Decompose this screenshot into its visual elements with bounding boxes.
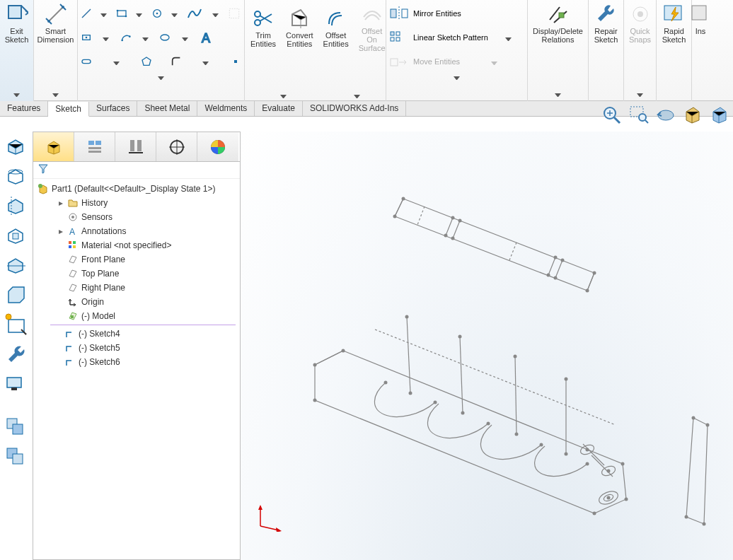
svg-point-92 <box>586 289 589 293</box>
smart-dimension-button[interactable]: SmartDimension <box>37 1 74 45</box>
tab-weldments[interactable]: Weldments <box>197 101 255 116</box>
fm-tab-config[interactable] <box>115 132 156 161</box>
tab-features[interactable]: Features <box>0 101 48 116</box>
zoom-fit-icon[interactable] <box>601 105 623 126</box>
mirror-entities-label[interactable]: Mirror Entities <box>413 9 461 18</box>
slot-icon[interactable] <box>81 56 92 67</box>
graphics-viewport[interactable] <box>241 132 733 560</box>
tree-top-plane[interactable]: Top Plane <box>37 267 236 281</box>
exit-sketch-button[interactable]: ExitSketch <box>3 1 30 45</box>
tree-front-plane[interactable]: Front Plane <box>37 252 236 267</box>
fm-tab-display[interactable] <box>197 132 238 161</box>
tree-sketch5[interactable]: (-) Sketch5 <box>37 341 236 355</box>
repair-label: RepairSketch <box>594 27 618 44</box>
convert-dropdown[interactable] <box>354 92 360 98</box>
crect-dropdown[interactable] <box>103 35 109 41</box>
swept-boss-icon[interactable] <box>4 194 28 218</box>
fm-tab-tree[interactable] <box>33 132 74 161</box>
svg-point-64 <box>38 184 42 188</box>
polygon-icon[interactable] <box>141 56 152 67</box>
trim-entities-button[interactable]: TrimEntities <box>248 6 279 49</box>
line-tool-icon[interactable] <box>81 8 92 19</box>
tab-surfaces[interactable]: Surfaces <box>89 101 137 116</box>
loft-boss-icon[interactable] <box>4 223 28 247</box>
snaps-dropdown[interactable] <box>637 91 643 97</box>
spline-icon[interactable] <box>186 5 203 22</box>
circle-dropdown[interactable] <box>171 11 178 17</box>
display-delete-relations-button[interactable]: Display/DeleteRelations <box>531 1 585 45</box>
tree-sensors[interactable]: Sensors <box>37 210 236 224</box>
origin-icon <box>67 296 79 308</box>
svg-point-4 <box>116 10 118 12</box>
ellipse-icon[interactable] <box>159 32 171 43</box>
tab-sketch[interactable]: Sketch <box>48 102 89 117</box>
tree-history[interactable]: ▸History <box>37 196 236 210</box>
folder-icon <box>67 197 79 209</box>
arc-dropdown[interactable] <box>142 35 149 41</box>
snap-icon <box>629 3 652 25</box>
svg-point-5 <box>125 16 127 18</box>
tree-model[interactable]: (-) Model <box>37 309 236 323</box>
ellipse-dropdown[interactable] <box>182 35 188 41</box>
tree-origin[interactable]: Origin <box>37 295 236 309</box>
revolve-boss-icon[interactable] <box>4 164 28 188</box>
relations-dropdown[interactable] <box>555 91 561 97</box>
mirror-icon[interactable] <box>389 6 409 21</box>
circle-icon[interactable] <box>151 8 163 19</box>
tree-annotations[interactable]: ▸AAnnotations <box>37 224 236 238</box>
fillet-dropdown[interactable] <box>202 59 209 65</box>
sketch-on-plane-icon <box>67 310 79 322</box>
sketch-tools-dropdown[interactable] <box>158 74 164 80</box>
tree-root[interactable]: Part1 (Default<<Default>_Display State 1… <box>37 182 236 196</box>
section-view-icon[interactable] <box>682 105 703 126</box>
tree-material[interactable]: Material <not specified> <box>37 238 236 252</box>
repair-sketch-button[interactable]: RepairSketch <box>591 1 621 45</box>
trim-dropdown[interactable] <box>280 92 287 98</box>
fm-filter-bar[interactable] <box>33 162 240 179</box>
slot-dropdown[interactable] <box>113 59 120 65</box>
fm-tab-property[interactable] <box>74 132 115 161</box>
zoom-area-icon[interactable] <box>628 105 650 126</box>
instant2d-button[interactable]: Ins <box>695 1 706 37</box>
svg-point-104 <box>625 498 628 501</box>
linear-pattern-label[interactable]: Linear Sketch Pattern <box>413 33 488 42</box>
rollback-bar[interactable] <box>50 325 236 325</box>
spline-dropdown[interactable] <box>212 11 219 17</box>
display-states-icon[interactable] <box>4 372 28 396</box>
pattern-group-dropdown[interactable] <box>454 74 460 80</box>
arc-icon[interactable] <box>120 32 132 43</box>
tab-sheet-metal[interactable]: Sheet Metal <box>137 101 197 116</box>
tree-sketch4[interactable]: (-) Sketch4 <box>37 327 236 341</box>
plane-icon[interactable] <box>227 6 241 21</box>
fm-tab-dimxpert[interactable] <box>156 132 197 161</box>
tree-right-plane[interactable]: Right Plane <box>37 281 236 295</box>
extrude-cut-icon[interactable] <box>4 283 28 307</box>
exit-sketch-dropdown[interactable] <box>13 91 20 97</box>
point-icon[interactable] <box>230 56 241 67</box>
previous-view-icon[interactable] <box>655 105 676 126</box>
offset-entities-button[interactable]: OffsetEntities <box>321 6 352 49</box>
rapid-sketch-button[interactable]: RapidSketch <box>659 1 688 45</box>
fillet-icon[interactable] <box>171 56 182 67</box>
configurations-2-icon[interactable] <box>4 445 28 469</box>
tab-addins[interactable]: SOLIDWORKS Add-Ins <box>303 101 406 116</box>
center-rect-icon[interactable] <box>81 32 92 43</box>
tree-sketch6[interactable]: (-) Sketch6 <box>37 355 236 369</box>
svg-rect-15 <box>82 59 91 63</box>
configurations-1-icon[interactable] <box>4 416 28 440</box>
options-icon[interactable] <box>4 342 28 366</box>
linear-pattern-icon[interactable] <box>389 30 409 45</box>
pattern-dropdown[interactable] <box>505 35 512 41</box>
dimension-icon <box>45 3 67 25</box>
tab-evaluate[interactable]: Evaluate <box>255 101 303 116</box>
convert-entities-button[interactable]: ConvertEntities <box>283 6 316 49</box>
line-dropdown[interactable] <box>100 11 107 17</box>
new-sketch-icon[interactable] <box>4 313 28 337</box>
smart-dimension-dropdown[interactable] <box>52 91 59 97</box>
extrude-boss-icon[interactable] <box>4 134 28 158</box>
view-cube-icon[interactable] <box>709 105 730 126</box>
text-icon[interactable]: A <box>199 29 216 46</box>
boundary-boss-icon[interactable] <box>4 253 28 277</box>
rect-dropdown[interactable] <box>136 11 142 17</box>
corner-rect-icon[interactable] <box>116 8 127 19</box>
